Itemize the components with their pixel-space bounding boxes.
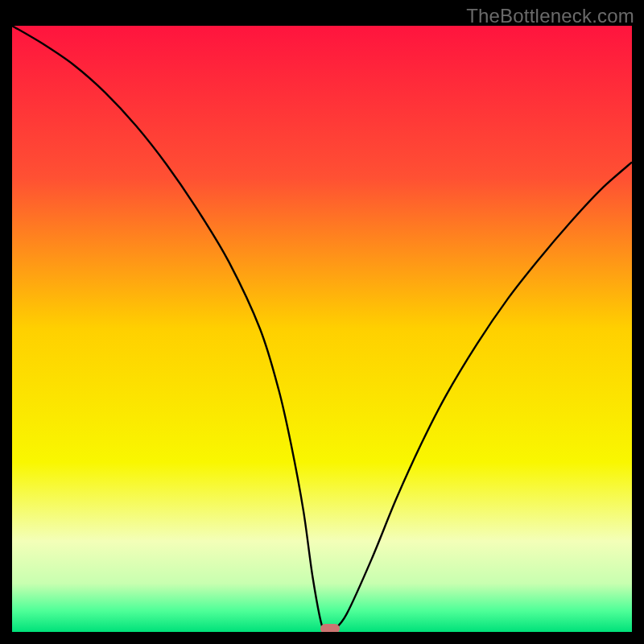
chart-plot-area [12,26,632,632]
optimal-point-marker [320,624,340,632]
chart-background [12,26,632,632]
chart-svg [12,26,632,632]
watermark-label: TheBottleneck.com [466,5,634,27]
